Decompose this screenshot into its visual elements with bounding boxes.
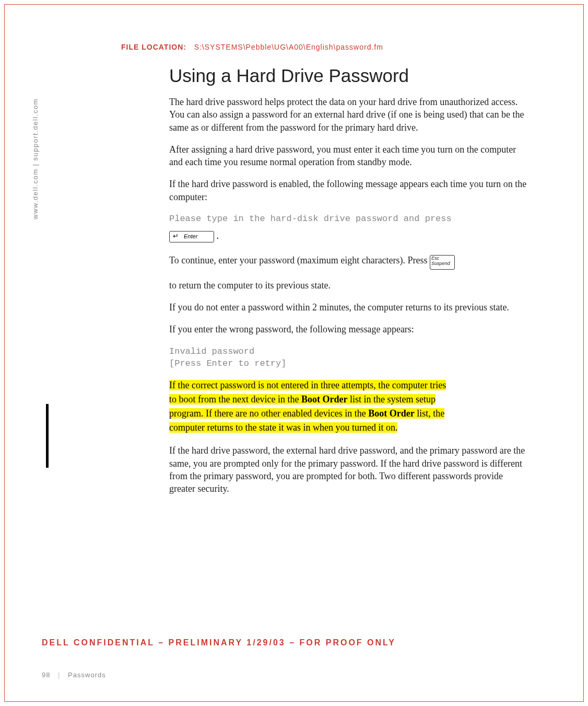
hl-line1: If the correct password is not entered i… <box>169 380 446 390</box>
section-name: Passwords <box>68 671 106 679</box>
prompt-message: Please type in the hard-disk drive passw… <box>169 213 531 225</box>
period: . <box>217 230 219 241</box>
paragraph-return-state: to return the computer to its previous s… <box>169 279 531 292</box>
page-number: 98 <box>42 671 50 679</box>
highlighted-paragraph: If the correct password is not entered i… <box>169 378 531 435</box>
hl-line2: to boot from the next device in the Boot… <box>169 394 436 404</box>
main-content: Using a Hard Drive Password The hard dri… <box>169 65 531 504</box>
footer-separator: | <box>58 671 60 679</box>
boot-order-bold-2: Boot Order <box>368 408 414 419</box>
enter-key-line: ↵Enter . <box>169 230 531 242</box>
enter-key-label: Enter <box>184 233 197 239</box>
paragraph-to-continue: To continue, enter your password (maximu… <box>169 253 531 270</box>
to-continue-text: To continue, enter your password (maximu… <box>169 255 430 265</box>
paragraph-intro: The hard drive password helps protect th… <box>169 96 531 134</box>
hl-line4: computer returns to the state it was in … <box>169 422 397 433</box>
paragraph-timeout: If you do not enter a password within 2 … <box>169 301 531 314</box>
page-footer: 98 | Passwords <box>42 671 106 679</box>
boot-order-bold-1: Boot Order <box>301 394 347 404</box>
confidential-footer: DELL CONFIDENTIAL – PRELIMINARY 1/29/03 … <box>42 638 396 647</box>
sidebar-url: www.dell.com | support.dell.com <box>31 98 39 219</box>
change-bar <box>46 404 49 468</box>
paragraph-if-enabled: If the hard drive password is enabled, t… <box>169 178 531 203</box>
esc-key-bottom: Suspend <box>431 261 450 266</box>
paragraph-wrong-password: If you enter the wrong password, the fol… <box>169 323 531 335</box>
esc-key-top: Esc <box>431 256 439 261</box>
file-location-header: FILE LOCATION: S:\SYSTEMS\Pebble\UG\A00\… <box>121 43 383 51</box>
esc-key-icon: EscSuspend <box>430 255 455 270</box>
invalid-password-message: Invalid password [Press Enter to retry] <box>169 345 531 371</box>
paragraph-after-assign: After assigning a hard drive password, y… <box>169 143 531 169</box>
paragraph-same-passwords: If the hard drive password, the external… <box>169 444 531 495</box>
file-location-path: S:\SYSTEMS\Pebble\UG\A00\English\passwor… <box>194 43 383 51</box>
enter-key-icon: ↵Enter <box>169 231 214 242</box>
hl-line3: program. If there are no other enabled d… <box>169 408 444 419</box>
page-title: Using a Hard Drive Password <box>169 65 531 86</box>
file-location-label: FILE LOCATION: <box>121 43 186 51</box>
